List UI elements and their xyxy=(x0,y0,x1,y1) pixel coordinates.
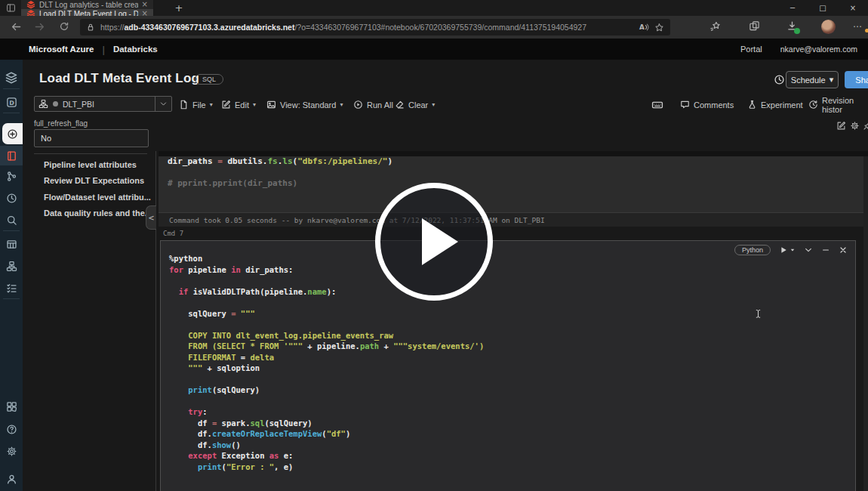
code-cell-partial[interactable]: dir_paths = dbutils.fs.ls("dbfs:/pipelin… xyxy=(159,156,863,212)
widget-settings-icon[interactable] xyxy=(850,121,860,131)
browser-menu-icon[interactable]: … xyxy=(853,19,863,29)
caret-down-icon xyxy=(790,247,796,253)
browser-tab[interactable]: DLT Log analytics - table creatio× xyxy=(21,0,154,9)
full-refresh-flag-input[interactable] xyxy=(34,129,149,147)
window-close-button[interactable]: × xyxy=(838,0,868,16)
notebook-title[interactable]: Load DLT Meta Event Log xyxy=(39,71,199,86)
squares-icon xyxy=(6,401,17,412)
read-aloud-icon[interactable]: A xyxy=(639,22,649,32)
branch-icon xyxy=(6,171,17,182)
sidebar-data-icon[interactable] xyxy=(0,234,23,254)
code-cell-cmd7[interactable]: Python %pythonfor pipeline in dir_paths:… xyxy=(160,240,856,491)
sidebar-settings-icon[interactable] xyxy=(0,441,23,461)
svg-text:A: A xyxy=(639,23,645,31)
vertical-scrollbar[interactable] xyxy=(863,156,868,491)
panel-divider xyxy=(155,151,156,491)
cell-result-footer: Command took 0.05 seconds -- by nkarve@v… xyxy=(159,212,863,227)
sidebar-recents-icon[interactable] xyxy=(0,188,23,208)
video-play-button[interactable] xyxy=(375,183,493,301)
code-line: FILEFORMAT = delta xyxy=(169,352,484,363)
person-icon xyxy=(6,474,17,485)
code-line: COPY INTO dlt_event_log.pipeline_events_… xyxy=(169,330,484,341)
download-complete-badge xyxy=(794,28,800,34)
code-line: """ + sqloption xyxy=(169,363,484,374)
tab-strip: DLT Log analytics - table creatio×Load D… xyxy=(21,0,169,16)
schedule-button[interactable]: Schedule▾ xyxy=(786,71,839,88)
schedule-status-icon[interactable] xyxy=(774,74,785,85)
toc-item[interactable]: Review DLT Expectations xyxy=(44,173,155,189)
help-icon xyxy=(6,424,17,435)
code-line: # pprint.pprint(dir_paths) xyxy=(168,178,392,190)
portal-link[interactable]: Portal xyxy=(740,45,762,54)
toc-item[interactable]: Pipeline level attributes xyxy=(44,157,155,173)
sidebar-compute-icon[interactable] xyxy=(0,256,23,276)
sidebar-persona-switcher-icon[interactable]: D xyxy=(0,92,23,112)
code-line xyxy=(169,319,484,330)
browser-tab-bar: DLT Log analytics - table creatio×Load D… xyxy=(0,0,868,16)
comments-button[interactable]: Comments xyxy=(680,97,734,113)
toc-collapse-handle[interactable]: < xyxy=(146,205,156,230)
file-menu[interactable]: File▾ xyxy=(179,97,213,113)
sidebar-databricks-logo-icon[interactable] xyxy=(0,68,23,88)
cluster-selector[interactable]: DLT_PBI xyxy=(34,96,172,112)
chevron-down-icon xyxy=(159,100,168,108)
edit-widgets-icon[interactable] xyxy=(836,121,846,131)
edit-icon xyxy=(221,100,231,110)
collections-icon[interactable] xyxy=(709,20,721,32)
revision-history-icon xyxy=(808,100,818,110)
lock-icon xyxy=(86,23,95,32)
url-field[interactable]: https://adb-4334630769677103.3.azuredata… xyxy=(80,19,670,36)
window-minimize-button[interactable]: ─ xyxy=(777,0,808,16)
new-tab-button[interactable]: + xyxy=(169,0,189,16)
sidebar-account-icon[interactable] xyxy=(0,469,23,489)
view-menu[interactable]: View: Standard▾ xyxy=(266,97,343,113)
code-editor[interactable]: dir_paths = dbutils.fs.ls("dbfs:/pipelin… xyxy=(168,156,392,190)
sidebar-create-icon[interactable] xyxy=(2,123,23,144)
sidebar-search-icon[interactable] xyxy=(0,210,23,230)
sidebar-help-icon[interactable] xyxy=(0,419,23,439)
sidebar-repos-icon[interactable] xyxy=(0,166,23,186)
tab-actions-icon[interactable] xyxy=(0,0,21,16)
minimize-cell-icon[interactable] xyxy=(821,246,830,255)
sidebar-partner-connect-icon[interactable] xyxy=(0,397,23,416)
toc-item[interactable]: Flow/Dataset level attribu... xyxy=(44,190,155,205)
run-all-button[interactable]: Run All xyxy=(353,97,393,113)
favorite-star-icon[interactable] xyxy=(654,23,664,32)
code-line: df = spark.sql(sqlQuery) xyxy=(169,418,484,429)
tab-close-icon[interactable]: × xyxy=(142,1,148,8)
edit-menu[interactable]: Edit▾ xyxy=(221,97,256,113)
window-maximize-button[interactable]: □ xyxy=(808,0,838,16)
experiment-button[interactable]: Experiment xyxy=(747,97,803,113)
share-button[interactable]: Share xyxy=(845,71,868,88)
profile-avatar[interactable] xyxy=(821,20,836,34)
microsoft-azure-brand: Microsoft Azure xyxy=(29,45,94,54)
collapse-cell-icon[interactable] xyxy=(804,246,813,255)
cluster-name: DLT_PBI xyxy=(63,100,94,109)
back-button[interactable] xyxy=(11,21,22,32)
horizontal-scroll-gutter[interactable] xyxy=(159,151,868,156)
refresh-button[interactable] xyxy=(59,21,69,32)
browser-address-bar: https://adb-4334630769677103.3.azuredata… xyxy=(0,16,868,39)
url-text: https://adb-4334630769677103.3.azuredata… xyxy=(100,23,633,32)
databricks-sidebar: D xyxy=(0,60,23,491)
revision-history-button[interactable]: Revision histor xyxy=(808,97,868,113)
shortcuts-button[interactable] xyxy=(651,97,663,113)
clear-icon xyxy=(395,100,405,110)
cluster-state-dot xyxy=(53,101,58,107)
sidebar-workspace-icon[interactable] xyxy=(0,146,23,165)
cell-language-pill[interactable]: Python xyxy=(734,245,771,255)
run-cell-button[interactable] xyxy=(779,246,796,255)
toc-item[interactable]: Data quality rules and the... xyxy=(44,205,155,221)
clear-menu[interactable]: Clear▾ xyxy=(395,97,435,113)
code-line xyxy=(168,168,392,179)
sidebar-workflows-icon[interactable] xyxy=(0,278,23,298)
databricks-tab-icon xyxy=(26,0,35,9)
pin-widgets-icon[interactable] xyxy=(863,121,868,131)
delete-cell-icon[interactable] xyxy=(839,246,848,255)
screen: DLT Log analytics - table creatio×Load D… xyxy=(0,0,868,491)
window-controls: ─ □ × xyxy=(777,0,868,16)
split-tab-icon[interactable] xyxy=(749,20,760,32)
user-email[interactable]: nkarve@valorem.com xyxy=(780,45,857,54)
forward-button[interactable] xyxy=(34,21,45,32)
code-line: except Exception as e: xyxy=(169,450,484,462)
